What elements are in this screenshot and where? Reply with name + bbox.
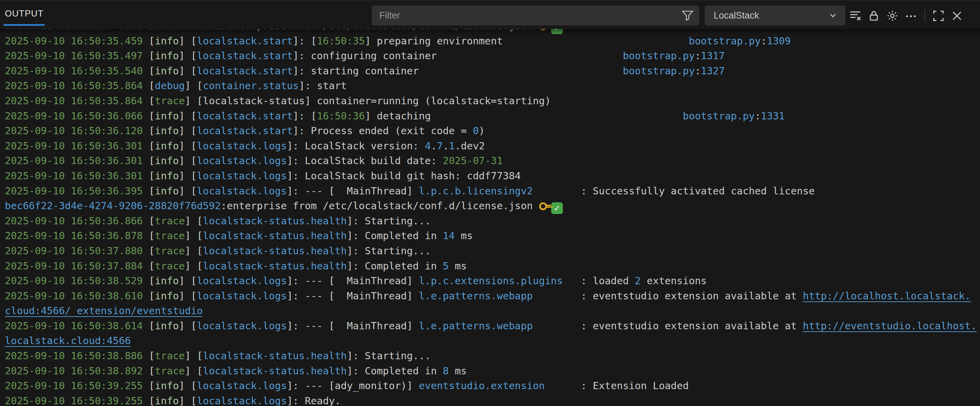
log-segment: info	[155, 110, 179, 122]
log-segment: ]: Completed in	[347, 365, 442, 377]
log-segment: trace	[155, 245, 185, 257]
log-segment: [	[143, 290, 155, 302]
log-segment: [	[143, 395, 155, 406]
settings-gear-icon[interactable]	[886, 10, 899, 22]
log-segment: [	[143, 245, 155, 257]
log-line: 2025-09-10 16:50:36.878 [trace] [localst…	[5, 229, 980, 244]
log-segment: ] detaching	[365, 110, 431, 122]
log-segment: 2025-09-10 16:50:36.301	[5, 155, 143, 166]
log-line: 2025-09-10 16:50:36.301 [info] [localsta…	[5, 169, 980, 184]
log-segment: localstack.logs	[197, 320, 287, 332]
log-segment: ms	[449, 260, 467, 272]
filter-input[interactable]	[372, 10, 681, 21]
maximize-panel-icon[interactable]	[932, 10, 945, 22]
log-link[interactable]: cloud:4566/_extension/eventstudio	[5, 305, 203, 316]
log-segment: l.e.patterns.webapp	[419, 290, 533, 302]
lock-auto-scroll-icon[interactable]	[868, 10, 880, 22]
log-segment: )	[479, 125, 485, 137]
log-segment: ] [	[179, 125, 197, 137]
log-segment: localstack-status.health	[203, 230, 347, 241]
log-line: 2025-09-10 16:50:35.497 [info] [localsta…	[5, 48, 980, 64]
clear-output-icon[interactable]	[849, 10, 861, 22]
log-segment: : eventstudio extension available at	[533, 290, 803, 302]
log-segment: ]: Starting...	[347, 245, 431, 257]
log-segment: : Extension Loaded	[545, 380, 689, 392]
log-segment: ] [	[185, 365, 203, 377]
panel-header: OUTPUT LocalStack	[0, 0, 980, 29]
log-segment: [	[143, 260, 155, 272]
log-segment: [	[143, 80, 155, 91]
log-segment: ] [	[179, 275, 197, 287]
log-link[interactable]: http://eventstudio.localhost.	[803, 320, 977, 332]
log-segment: ]: configuring container	[293, 50, 437, 62]
log-segment: l.e.patterns.webapp	[419, 320, 533, 332]
log-segment: ] [	[179, 290, 197, 302]
log-segment	[431, 110, 683, 122]
log-segment: info	[155, 35, 179, 47]
channel-select[interactable]: LocalStack	[705, 5, 845, 26]
log-segment: 1	[449, 140, 455, 152]
log-segment: 2025-09-10 16:50:38.886	[5, 350, 143, 361]
log-segment: l.p.c.extensions.plugins	[419, 275, 563, 287]
log-segment: 1327	[701, 65, 725, 77]
log-segment: ]: --- [ MainThread]	[287, 320, 419, 332]
log-segment: 8	[443, 365, 449, 377]
log-segment: :	[695, 50, 701, 62]
log-segment: ]: starting container	[293, 65, 419, 77]
log-segment: 2025-09-10 16:50:36.866	[5, 215, 143, 227]
log-segment: localstack.start	[197, 50, 293, 62]
log-segment: info	[155, 275, 179, 287]
log-segment: [	[143, 365, 155, 377]
log-line: 2025-09-10 16:50:36.120 [info] [localsta…	[5, 123, 980, 139]
log-segment	[419, 65, 623, 77]
log-segment: localstack.start	[197, 125, 293, 137]
log-segment: ] [	[185, 350, 203, 361]
log-segment: info	[155, 395, 179, 406]
log-line: 2025-09-10 16:50:38.529 [info] [localsta…	[5, 273, 980, 289]
log-line: 2025-09-10 16:50:38.614 [info] [localsta…	[5, 319, 980, 334]
log-segment: localstack.start	[197, 35, 293, 47]
log-segment: extensions	[641, 275, 707, 287]
log-segment: ]: Starting...	[347, 350, 431, 361]
log-segment: 2025-09-10 16:50:35.864	[5, 95, 143, 107]
log-segment: info	[155, 185, 179, 197]
tab-output[interactable]: OUTPUT	[5, 8, 44, 19]
output-log: bec66f22-3d4e-4274-9206-28820f76d592:ent…	[5, 19, 980, 406]
close-panel-icon[interactable]	[951, 10, 963, 22]
log-segment: localstack.start	[197, 110, 293, 122]
log-line: 2025-09-10 16:50:36.301 [info] [localsta…	[5, 139, 980, 154]
log-segment: trace	[155, 260, 185, 272]
log-segment: 2025-09-10 16:50:35.459	[5, 35, 143, 47]
log-segment	[437, 50, 623, 62]
log-line: 2025-09-10 16:50:35.864 [trace] [localst…	[5, 94, 980, 109]
log-segment: 2025-09-10 16:50:36.066	[5, 110, 143, 122]
log-segment: ] preparing environment	[365, 35, 503, 47]
log-segment: [	[143, 275, 155, 287]
log-segment: 2025-09-10 16:50:39.255	[5, 380, 143, 392]
log-segment: localstack-status.health	[203, 260, 347, 272]
log-link[interactable]: http://localhost.localstack.	[803, 290, 971, 302]
log-segment: ] [	[185, 215, 203, 227]
log-segment: [	[143, 215, 155, 227]
log-segment: ] [	[179, 380, 197, 392]
log-segment: info	[155, 125, 179, 137]
key-emoji-icon	[539, 200, 551, 211]
log-segment: trace	[155, 365, 185, 377]
log-segment: ] [	[185, 230, 203, 241]
log-segment: 2025-09-10 16:50:38.892	[5, 365, 143, 377]
more-actions-icon[interactable]	[905, 10, 917, 22]
log-segment: 2025-09-10 16:50:36.120	[5, 125, 143, 137]
log-segment: localstack.logs	[197, 185, 287, 197]
log-link[interactable]: localstack.cloud:4566	[5, 335, 131, 347]
log-segment: ]: Process ended (exit code =	[293, 125, 473, 137]
log-segment: ] [	[179, 320, 197, 332]
log-line: 2025-09-10 16:50:36.395 [info] [localsta…	[5, 184, 980, 199]
filter-funnel-icon[interactable]	[681, 9, 694, 22]
log-segment: info	[155, 290, 179, 302]
log-segment: trace	[155, 215, 185, 227]
log-line: 2025-09-10 16:50:38.892 [trace] [localst…	[5, 364, 980, 379]
log-segment: eventstudio.extension	[419, 380, 545, 392]
log-segment: ] [	[185, 260, 203, 272]
log-segment: : eventstudio extension available at	[533, 320, 803, 332]
log-segment: [	[143, 110, 155, 122]
